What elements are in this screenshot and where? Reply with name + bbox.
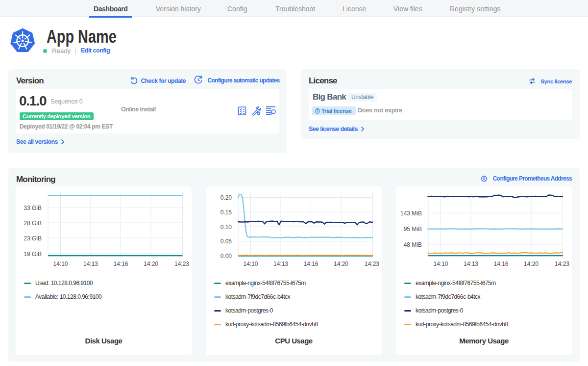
- svg-text:23 GiB: 23 GiB: [24, 235, 42, 242]
- svg-text:95 MiB: 95 MiB: [404, 226, 422, 233]
- svg-text:28 GiB: 28 GiB: [24, 220, 42, 227]
- svg-text:14:20: 14:20: [144, 261, 158, 267]
- svg-text:0.00: 0.00: [220, 253, 232, 260]
- svg-text:33 GiB: 33 GiB: [24, 205, 42, 211]
- svg-text:48 MiB: 48 MiB: [404, 241, 422, 248]
- svg-text:143 MiB: 143 MiB: [400, 210, 422, 217]
- svg-text:14:10: 14:10: [53, 261, 68, 267]
- svg-text:14:13: 14:13: [464, 261, 478, 267]
- svg-text:14:23: 14:23: [174, 261, 189, 267]
- svg-text:14:23: 14:23: [555, 261, 569, 267]
- svg-text:14:10: 14:10: [433, 261, 448, 267]
- svg-text:14:10: 14:10: [243, 261, 258, 267]
- svg-text:19 GiB: 19 GiB: [24, 251, 42, 258]
- svg-text:0.20: 0.20: [220, 194, 232, 201]
- svg-text:14:23: 14:23: [365, 261, 379, 267]
- svg-text:0.10: 0.10: [220, 224, 232, 231]
- svg-text:0.15: 0.15: [220, 209, 232, 216]
- svg-text:14:20: 14:20: [524, 261, 539, 267]
- svg-text:14:16: 14:16: [303, 261, 318, 267]
- svg-text:14:16: 14:16: [113, 261, 128, 267]
- svg-text:0.05: 0.05: [220, 238, 232, 245]
- svg-text:14:13: 14:13: [83, 261, 98, 267]
- svg-text:14:16: 14:16: [493, 261, 508, 267]
- svg-text:14:13: 14:13: [273, 261, 288, 267]
- svg-text:14:20: 14:20: [334, 261, 348, 267]
